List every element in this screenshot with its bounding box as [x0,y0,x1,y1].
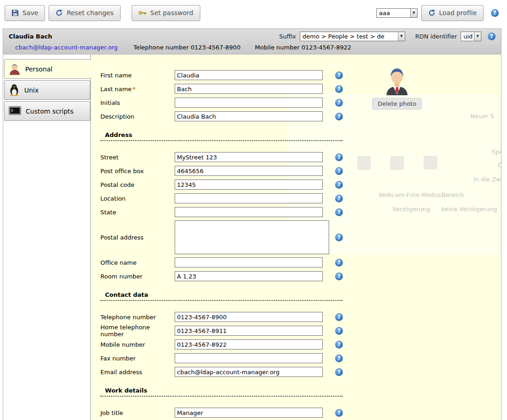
form-row: Initials [100,96,501,109]
help-icon[interactable] [335,195,343,202]
initials-input[interactable] [175,98,323,108]
job-title-input[interactable] [175,408,323,418]
section-title-work: Work details [100,387,342,397]
postal-code-input[interactable] [175,180,323,190]
telephone-summary: Telephone number 0123-4567-8900 [133,44,241,51]
toolbar-help-icon[interactable] [491,9,499,17]
fax-number-input[interactable] [175,353,323,363]
email-address-input[interactable] [175,367,323,377]
module-tabs: Personal Unix [3,55,90,420]
form-row: State [100,205,501,219]
first-name-input[interactable] [175,70,323,80]
tab-unix[interactable]: Unix [4,80,90,100]
postal-address-textarea[interactable] [175,220,329,254]
account-header-row1: Claudia Bach Suffix demo > People > test… [3,29,501,44]
suffix-select-value: demo > People > test > de [300,32,398,41]
rdn-identifier-select[interactable]: uid [461,32,481,41]
account-body: Personal Unix [3,55,501,420]
form-row: Office name [100,256,501,269]
account-header-row2: cbach@ldap-account-manager.org Telephone… [3,44,501,54]
first-name-label: First name [100,72,175,79]
help-icon[interactable] [335,71,343,79]
form-row: Fax number [100,351,501,365]
header-help-icon[interactable] [488,33,496,40]
help-icon[interactable] [335,153,343,161]
load-profile-button[interactable]: Load profile [421,5,484,21]
help-icon[interactable] [335,313,343,321]
suffix-label: Suffix [279,33,296,40]
form-row: First name [100,68,501,82]
initials-label: Initials [100,99,175,106]
tab-personal[interactable]: Personal [4,59,91,79]
mobile-summary: Mobile number 0123-4567-8922 [255,44,351,51]
help-icon[interactable] [335,113,343,120]
tab-custom-scripts-label: Custom scripts [26,108,73,115]
set-password-button[interactable]: Set password [132,5,200,21]
rdn-select-value: uid [461,32,474,41]
telephone-number-input[interactable] [175,312,323,322]
reset-changes-label: Reset changes [66,9,113,16]
office-name-input[interactable] [175,257,323,267]
help-icon[interactable] [335,259,343,267]
help-icon[interactable] [335,208,343,216]
photo-block: Delete photo [360,66,434,109]
form-row: Street [100,150,501,164]
fax-number-label: Fax number [100,355,175,362]
help-icon[interactable] [335,273,343,280]
help-icon[interactable] [335,181,343,189]
help-icon[interactable] [335,85,343,93]
rdn-identifier-label: RDN identifier [415,33,457,40]
form-row: Location [100,191,501,205]
help-icon[interactable] [335,341,343,349]
reset-changes-button[interactable]: Reset changes [49,5,120,21]
reset-icon [55,9,63,16]
help-icon[interactable] [335,234,343,241]
form-row: Home telephone number [100,324,501,338]
postal-code-label: Postal code [100,181,175,188]
set-password-label: Set password [150,9,193,16]
last-name-label: Last name [100,86,175,93]
home-telephone-label: Home telephone number [100,324,175,338]
profile-select[interactable]: aaa [376,8,418,18]
tux-penguin-icon [9,84,20,96]
required-marker [132,86,136,93]
state-input[interactable] [175,207,323,217]
location-label: Location [100,195,175,202]
street-label: Street [100,154,175,161]
room-number-label: Room number [100,273,175,280]
help-icon[interactable] [335,167,343,175]
description-input[interactable] [175,111,323,121]
delete-photo-button[interactable]: Delete photo [372,98,422,109]
save-button[interactable]: Save [5,5,45,21]
form-row: Job title [100,406,501,420]
post-office-box-input[interactable] [175,166,323,176]
form-row: Post office box [100,164,501,178]
help-icon[interactable] [335,355,343,362]
toolbar: Save Reset changes Set password aaa Load… [0,0,507,26]
mobile-number-input[interactable] [175,339,323,349]
home-telephone-input[interactable] [175,326,323,336]
street-input[interactable] [175,152,323,162]
help-icon[interactable] [335,409,343,417]
dropdown-arrow-icon [474,32,481,41]
form-row: Postal code [100,178,501,191]
help-icon[interactable] [335,368,343,376]
profile-select-value: aaa [377,9,410,17]
mobile-number-label: Mobile number [100,341,175,348]
location-input[interactable] [175,193,323,203]
tab-unix-label: Unix [24,87,39,94]
telephone-number-label: Telephone number [100,314,175,321]
job-title-label: Job title [100,409,175,416]
form-row: Last name [100,82,501,96]
help-icon[interactable] [335,327,343,335]
state-label: State [100,209,175,216]
tab-custom-scripts[interactable]: Custom scripts [4,101,90,121]
suffix-select[interactable]: demo > People > test > de [300,32,405,41]
save-icon [11,9,19,16]
email-link[interactable]: cbach@ldap-account-manager.org [15,44,118,51]
person-icon [9,63,21,75]
last-name-input[interactable] [175,84,323,94]
help-icon[interactable] [335,99,343,107]
section-title-contact: Contact data [100,291,342,301]
room-number-input[interactable] [175,271,323,281]
